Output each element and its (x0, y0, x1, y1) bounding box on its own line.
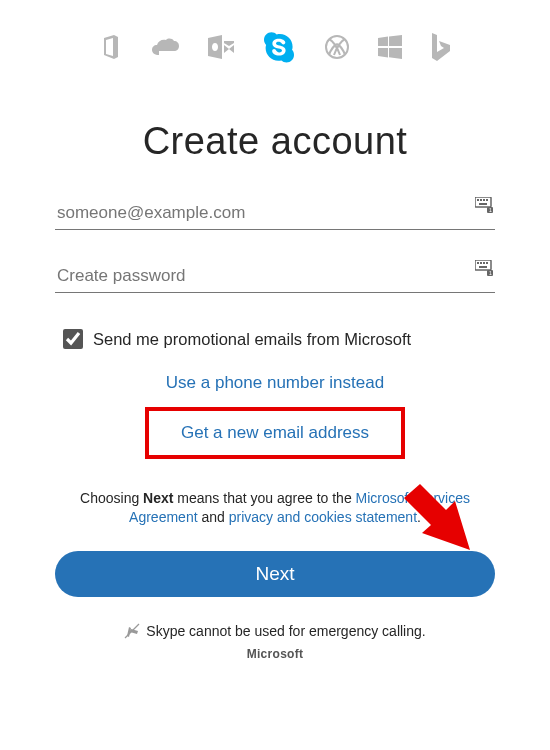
skype-icon[interactable] (262, 30, 296, 64)
get-new-email-link[interactable]: Get a new email address (181, 423, 369, 442)
svg-rect-10 (477, 262, 479, 264)
alt-links: Use a phone number instead Get a new ema… (145, 373, 405, 459)
privacy-link[interactable]: privacy and cookies statement (229, 509, 417, 525)
highlight-box: Get a new email address (145, 407, 405, 459)
svg-rect-12 (483, 262, 485, 264)
page-title: Create account (143, 120, 408, 163)
svg-rect-1 (475, 197, 491, 207)
agree-and: and (198, 509, 229, 525)
password-field-wrapper: 1 (55, 260, 495, 293)
svg-rect-14 (479, 266, 487, 268)
onedrive-icon[interactable] (150, 37, 180, 57)
agree-mid: means that you agree to the (173, 490, 355, 506)
use-phone-link[interactable]: Use a phone number instead (166, 373, 384, 393)
svg-rect-13 (486, 262, 488, 264)
office-icon[interactable] (100, 35, 122, 59)
outlook-icon[interactable] (208, 35, 234, 59)
svg-text:1: 1 (489, 270, 492, 276)
agree-prefix: Choosing (80, 490, 143, 506)
svg-rect-3 (480, 199, 482, 201)
form-content: Create account 1 1 Send me promotional e… (55, 74, 495, 661)
promo-row: Send me promotional emails from Microsof… (55, 329, 495, 349)
promo-label[interactable]: Send me promotional emails from Microsof… (93, 330, 411, 349)
microsoft-footer: Microsoft (247, 647, 304, 661)
agree-suffix: . (417, 509, 421, 525)
svg-rect-9 (475, 260, 491, 270)
keyboard-icon[interactable]: 1 (475, 260, 493, 280)
svg-rect-5 (486, 199, 488, 201)
email-input[interactable] (55, 197, 495, 230)
agreement-text: Choosing Next means that you agree to th… (55, 489, 495, 527)
promo-checkbox[interactable] (63, 329, 83, 349)
password-input[interactable] (55, 260, 495, 293)
xbox-icon[interactable] (324, 34, 350, 60)
svg-rect-2 (477, 199, 479, 201)
svg-rect-11 (480, 262, 482, 264)
windows-icon[interactable] (378, 35, 402, 59)
svg-rect-6 (479, 203, 487, 205)
no-emergency-icon (124, 623, 140, 639)
svg-rect-4 (483, 199, 485, 201)
svg-text:1: 1 (489, 207, 492, 213)
emergency-text: Skype cannot be used for emergency calli… (146, 623, 425, 639)
email-field-wrapper: 1 (55, 197, 495, 230)
agree-bold: Next (143, 490, 173, 506)
emergency-notice: Skype cannot be used for emergency calli… (124, 623, 425, 639)
app-icons-row (0, 0, 550, 74)
next-button[interactable]: Next (55, 551, 495, 597)
keyboard-icon[interactable]: 1 (475, 197, 493, 217)
bing-icon[interactable] (430, 33, 450, 61)
